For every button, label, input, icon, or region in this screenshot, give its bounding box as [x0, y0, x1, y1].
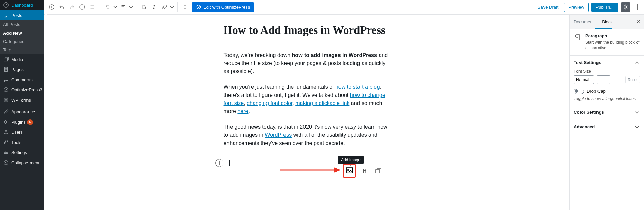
heading-block-button[interactable]: H [360, 166, 369, 176]
main-area: Edit with OptimizePress Save Draft Previ… [44, 0, 644, 210]
content-link[interactable]: how to start a blog [335, 84, 380, 90]
gallery-icon [375, 168, 382, 174]
settings-button[interactable] [621, 2, 630, 12]
sidebar-label: WPForms [11, 98, 31, 103]
block-type-desc: Start with the building block of all nar… [585, 40, 640, 51]
media-icon [3, 56, 9, 62]
preview-button[interactable]: Preview [564, 3, 588, 12]
paragraph-block[interactable]: Today, we're breaking down how to add im… [224, 51, 390, 76]
content-link[interactable]: here [237, 108, 248, 114]
advanced-toggle[interactable]: Advanced [574, 124, 640, 130]
panel-tabs: Document Block [570, 15, 644, 29]
undo-button[interactable] [57, 2, 67, 12]
svg-point-8 [5, 153, 6, 154]
svg-point-23 [347, 169, 348, 170]
plugin-icon [3, 119, 9, 125]
close-panel-button[interactable] [632, 15, 644, 29]
edit-with-optimizepress-button[interactable]: Edit with OptimizePress [192, 2, 254, 12]
svg-rect-22 [346, 168, 352, 173]
publish-button[interactable]: Publish... [591, 3, 618, 12]
sidebar-item-users[interactable]: Users [0, 127, 44, 137]
align-button[interactable] [118, 2, 128, 12]
sidebar-item-tools[interactable]: Tools [0, 137, 44, 147]
sidebar-item-posts[interactable]: Posts [0, 10, 44, 20]
content-link[interactable]: changing font color [247, 100, 292, 106]
paragraph-block[interactable]: The good news today, is that in 2020 it'… [224, 123, 390, 147]
font-size-label: Font Size [574, 69, 640, 74]
content-link[interactable]: making a clickable link [295, 100, 349, 106]
sidebar-label: Dashboard [11, 3, 33, 8]
svg-point-19 [637, 8, 638, 9]
sidebar-item-comments[interactable]: Comments [0, 75, 44, 85]
image-block-button[interactable] [345, 166, 354, 175]
chevron-down-icon[interactable] [170, 2, 174, 12]
bold-button[interactable] [139, 2, 149, 12]
block-info: Paragraph Start with the building block … [570, 29, 644, 56]
settings-panel: Document Block Paragraph Start with the … [569, 15, 644, 210]
sidebar-item-appearance[interactable]: Appearance [0, 107, 44, 117]
svg-point-12 [185, 5, 186, 6]
sidebar-label: OptimizePress3 [11, 87, 42, 92]
sidebar-item-pages[interactable]: Pages [0, 64, 44, 75]
italic-button[interactable] [149, 2, 159, 12]
chevron-down-icon[interactable] [129, 2, 133, 12]
sidebar-sub-add-new[interactable]: Add New [3, 29, 44, 37]
outline-button[interactable] [88, 2, 97, 12]
svg-point-9 [4, 161, 8, 165]
content-link[interactable]: WordPress [265, 132, 292, 138]
tab-block[interactable]: Block [598, 15, 617, 29]
wpforms-icon [3, 97, 9, 103]
drop-cap-hint: Toggle to show a large initial letter. [574, 96, 640, 101]
sidebar-collapse-menu[interactable]: Collapse menu [0, 158, 44, 168]
post-title[interactable]: How to Add Images in WordPress [224, 23, 390, 38]
chevron-up-icon [634, 60, 640, 66]
add-block-button[interactable] [47, 2, 56, 12]
sidebar-item-dashboard[interactable]: Dashboard [0, 0, 44, 10]
color-settings-toggle[interactable]: Color Settings [574, 109, 640, 115]
tab-document[interactable]: Document [570, 15, 598, 29]
plugin-update-badge: 6 [27, 119, 33, 125]
sidebar-sub-all-posts[interactable]: All Posts [3, 20, 44, 29]
sidebar-label: Settings [11, 150, 27, 155]
text-settings-toggle[interactable]: Text Settings [574, 60, 640, 66]
pin-icon [3, 12, 9, 18]
insert-block-button[interactable] [215, 159, 223, 167]
sidebar-label: Tools [11, 140, 21, 145]
svg-rect-4 [4, 98, 8, 102]
redo-button[interactable] [67, 2, 77, 12]
sidebar-label: Posts [11, 13, 22, 18]
sidebar-sub-categories[interactable]: Categories [3, 37, 44, 46]
sidebar-sub-tags[interactable]: Tags [3, 46, 44, 54]
more-options-button[interactable] [180, 2, 190, 12]
font-size-select[interactable]: Normal [574, 75, 594, 84]
optimizepress-icon [3, 87, 9, 93]
image-icon [345, 166, 354, 175]
sidebar-item-wpforms[interactable]: WPForms [0, 95, 44, 105]
svg-point-7 [6, 152, 7, 153]
gallery-block-button[interactable] [373, 166, 383, 176]
block-type-button[interactable] [103, 2, 112, 12]
svg-rect-1 [4, 58, 8, 61]
svg-point-14 [185, 8, 186, 9]
pages-icon [3, 66, 9, 72]
editor-canvas[interactable]: How to Add Images in WordPress Today, we… [44, 15, 569, 210]
drop-cap-toggle[interactable] [574, 89, 584, 94]
reset-button[interactable]: Reset [625, 76, 640, 83]
annotation-highlight [343, 164, 356, 178]
paragraph-block[interactable]: When you're just learning the fundamenta… [224, 83, 390, 115]
more-menu-button[interactable] [633, 2, 641, 12]
svg-point-13 [185, 7, 186, 8]
chevron-down-icon[interactable] [113, 2, 118, 12]
sidebar-label: Pages [11, 67, 24, 72]
link-button[interactable] [160, 2, 169, 12]
sidebar-item-media[interactable]: Media [0, 54, 44, 64]
user-icon [3, 129, 9, 135]
font-size-input[interactable] [597, 75, 610, 84]
svg-point-5 [5, 130, 7, 132]
sidebar-item-optimizepress[interactable]: OptimizePress3 [0, 85, 44, 95]
save-draft-button[interactable]: Save Draft [535, 3, 561, 12]
drop-cap-label: Drop Cap [587, 89, 606, 94]
sidebar-item-plugins[interactable]: Plugins6 [0, 117, 44, 127]
sidebar-item-settings[interactable]: Settings [0, 147, 44, 158]
info-button[interactable] [77, 2, 87, 12]
